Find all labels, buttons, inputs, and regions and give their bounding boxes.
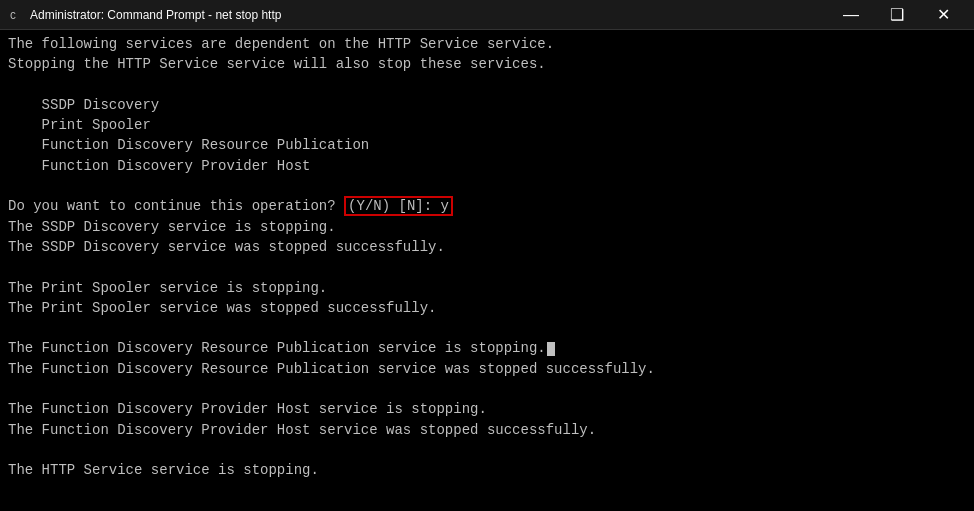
cursor [547,342,555,356]
console-line: The SSDP Discovery service was stopped s… [8,237,966,257]
close-button[interactable]: ✕ [920,0,966,30]
console-line [8,75,966,95]
window-title: Administrator: Command Prompt - net stop… [30,8,828,22]
console-line: Stopping the HTTP Service service will a… [8,54,966,74]
console-line: The Print Spooler service was stopped su… [8,298,966,318]
console-line [8,176,966,196]
title-bar: C Administrator: Command Prompt - net st… [0,0,974,30]
console-line: The Function Discovery Resource Publicat… [8,338,966,358]
console-line: SSDP Discovery [8,95,966,115]
console-line [8,440,966,460]
highlighted-word: this [210,198,244,214]
console-line: The Print Spooler service is stopping. [8,278,966,298]
console-line: The Function Discovery Provider Host ser… [8,399,966,419]
maximize-button[interactable]: ❑ [874,0,920,30]
console-line: Function Discovery Provider Host [8,156,966,176]
console-line: Function Discovery Resource Publication [8,135,966,155]
console-output[interactable]: The following services are dependent on … [0,30,974,511]
console-line: The following services are dependent on … [8,34,966,54]
cmd-window: C Administrator: Command Prompt - net st… [0,0,974,511]
console-line [8,257,966,277]
window-controls: — ❑ ✕ [828,0,966,30]
console-line: The Function Discovery Provider Host ser… [8,420,966,440]
console-line: The SSDP Discovery service is stopping. [8,217,966,237]
console-line: The Function Discovery Resource Publicat… [8,359,966,379]
console-line [8,318,966,338]
console-line: Print Spooler [8,115,966,135]
minimize-button[interactable]: — [828,0,874,30]
svg-text:C: C [10,11,16,22]
cmd-icon: C [8,7,24,23]
yn-prompt: (Y/N) [N]: y [344,196,453,216]
console-line: The HTTP Service service is stopping. [8,460,966,480]
console-prompt-line: Do you want to continue this operation? … [8,196,966,216]
console-line [8,379,966,399]
